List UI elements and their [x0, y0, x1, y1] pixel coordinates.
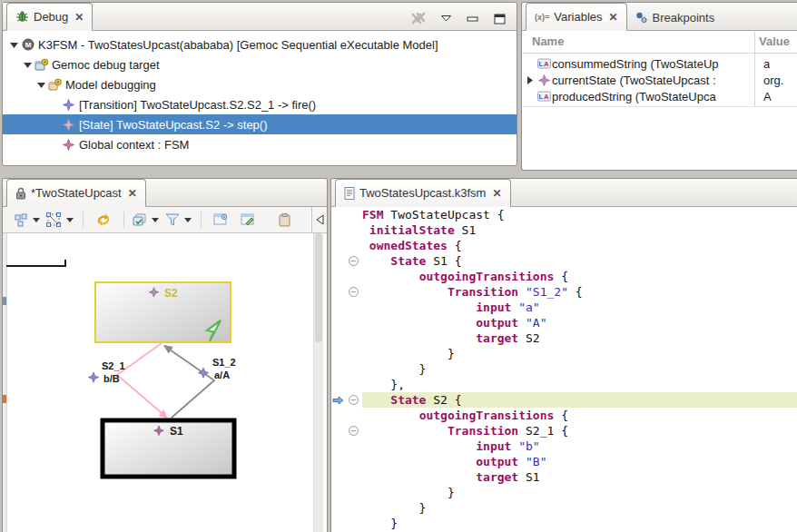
state-node-s1[interactable]: [103, 420, 234, 477]
edit-diagram-icon[interactable]: [234, 210, 261, 230]
fold-collapse-icon[interactable]: −: [344, 253, 362, 269]
code-editor-panel: TwoStatesUpcast.k3fsm ✕ FSM TwoStateUpca…: [330, 178, 797, 532]
code-line: − State S2 {: [331, 392, 797, 408]
tab-variables[interactable]: (x)= Variables ✕: [526, 3, 627, 31]
code-line: ownedStates {: [331, 238, 797, 253]
maximize-icon[interactable]: [494, 14, 506, 25]
code-line: }: [331, 500, 797, 516]
annotation-gutter: [331, 269, 344, 284]
export-diagram-icon[interactable]: [207, 210, 234, 230]
code-line-text: State S1 {: [362, 253, 797, 269]
clipboard-icon[interactable]: [276, 210, 293, 230]
debugTarget-icon: [34, 58, 49, 71]
select-mode-icon[interactable]: [44, 210, 64, 230]
svg-text:A: A: [544, 60, 549, 68]
tree-item-label: K3FSM - TwoStatesUpcast(abababa) [Gemoc …: [38, 38, 438, 52]
state-s1-label[interactable]: S1: [170, 425, 183, 438]
expander-icon[interactable]: [34, 80, 47, 89]
state-s2-label[interactable]: S2: [164, 287, 178, 300]
code-line-text: FSM TwoStateUpcast {: [362, 207, 797, 222]
annotation-gutter: [331, 408, 344, 423]
edge-s1-2[interactable]: [164, 346, 214, 418]
annotation-gutter: [331, 222, 344, 238]
code-line: },: [331, 377, 797, 392]
column-name[interactable]: Name: [532, 34, 564, 48]
code-line-text: output "B": [362, 454, 797, 469]
code-line-text: State S2 {: [362, 392, 797, 408]
remove-all-terminated-icon[interactable]: [411, 13, 426, 25]
fold-gutter: [344, 269, 362, 284]
tree-item-label: Gemoc debug target: [52, 58, 160, 72]
variable-row[interactable]: LAconsummedString (TwoStateUpa: [522, 55, 797, 72]
debug-tree-item[interactable]: Model debugging: [3, 74, 517, 94]
canvas-left-edge: [3, 233, 7, 532]
select-mode-dropdown-icon[interactable]: [66, 218, 74, 222]
tab-diagram-editor[interactable]: *TwoStateUpcast ✕: [6, 179, 146, 207]
debug-tree-item[interactable]: [Transition] TwoStateUpcast.S2.S2_1 -> f…: [3, 94, 517, 114]
stringVar-icon: LA: [536, 91, 552, 102]
edge-s2-1-trigger[interactable]: b/B: [103, 373, 120, 384]
modelDebug-icon: [47, 78, 63, 91]
ruler-corner-mark: [6, 260, 66, 267]
close-icon[interactable]: ✕: [74, 11, 84, 24]
fold-collapse-icon[interactable]: −: [344, 284, 362, 300]
filter-icon[interactable]: [162, 210, 182, 230]
layers-icon[interactable]: [130, 210, 150, 230]
code-line-text: }: [362, 485, 797, 500]
expander-icon[interactable]: [524, 75, 536, 85]
palette-bar: [311, 207, 327, 232]
edge-s1-2-trigger[interactable]: a/A: [214, 369, 230, 380]
tab-k3fsm-editor[interactable]: TwoStatesUpcast.k3fsm ✕: [335, 179, 511, 207]
code-line-text: }: [362, 516, 797, 531]
sync-icon[interactable]: [89, 210, 118, 230]
edge-s2-1[interactable]: [117, 343, 167, 418]
edge-s2-1-name[interactable]: S2_1: [102, 360, 125, 371]
code-line-text: output "A": [362, 315, 797, 330]
variables-view-panel: (x)= Variables ✕ Breakpoints Name Value …: [521, 2, 797, 171]
close-icon[interactable]: ✕: [492, 187, 501, 200]
tree-item-label: [State] TwoStateUpcast.S2 -> step(): [79, 118, 268, 132]
arrange-icon[interactable]: [12, 210, 31, 230]
filter-dropdown-icon[interactable]: [184, 218, 192, 222]
edge-s1-2-name[interactable]: S1_2: [212, 357, 236, 368]
code-line-text: },: [362, 377, 797, 392]
diagram-canvas[interactable]: S2 S1 S2_1 b/B S1_2 a/A: [3, 233, 327, 532]
code-text-area[interactable]: FSM TwoStateUpcast { initialState S1 own…: [331, 207, 797, 532]
arrange-dropdown-icon[interactable]: [33, 218, 40, 222]
close-icon[interactable]: ✕: [609, 11, 618, 24]
column-divider[interactable]: [754, 32, 755, 106]
expander-icon[interactable]: [21, 60, 34, 69]
collapse-palette-icon[interactable]: [316, 214, 324, 225]
debug-tree-item[interactable]: [State] TwoStateUpcast.S2 -> step(): [3, 114, 517, 134]
tree-item-label: Global context : FSM: [79, 138, 189, 152]
minimize-icon[interactable]: [467, 15, 478, 24]
view-menu-icon[interactable]: [441, 15, 451, 22]
variables-icon: (x)=: [535, 13, 549, 22]
tab-debug[interactable]: Debug ✕: [6, 3, 93, 31]
code-line-text: }: [362, 500, 797, 516]
fold-gutter: [344, 222, 362, 238]
state-node-s2[interactable]: [95, 282, 231, 342]
code-line: }: [331, 516, 797, 531]
expander-icon[interactable]: [7, 40, 20, 49]
annotation-gutter: [331, 284, 344, 300]
column-value[interactable]: Value: [759, 34, 790, 48]
variable-row[interactable]: LAproducedString (TwoStateUpcaA: [522, 88, 797, 104]
lock-icon: [15, 187, 26, 200]
variable-row[interactable]: currentState (TwoStateUpcast :org.: [522, 72, 797, 88]
annotation-gutter: [331, 361, 344, 377]
annotation-gutter: [331, 253, 344, 269]
scrollbar-thumb[interactable]: [315, 233, 322, 342]
vertical-scrollbar[interactable]: [313, 233, 323, 532]
debug-tree-item[interactable]: Global context : FSM: [3, 134, 517, 154]
debug-tree-item[interactable]: Gemoc debug target: [3, 54, 517, 74]
edge-s1-2-arrowhead: [163, 345, 173, 353]
fold-collapse-icon[interactable]: −: [344, 392, 362, 408]
fold-collapse-icon[interactable]: −: [344, 423, 362, 438]
close-icon[interactable]: ✕: [128, 187, 137, 200]
variables-tabbar: (x)= Variables ✕ Breakpoints: [522, 3, 797, 31]
tab-breakpoints[interactable]: Breakpoints: [627, 5, 723, 31]
code-line: target S1: [331, 469, 797, 485]
debug-tree-item[interactable]: MK3FSM - TwoStatesUpcast(abababa) [Gemoc…: [3, 34, 517, 54]
layers-dropdown-icon[interactable]: [152, 218, 159, 222]
